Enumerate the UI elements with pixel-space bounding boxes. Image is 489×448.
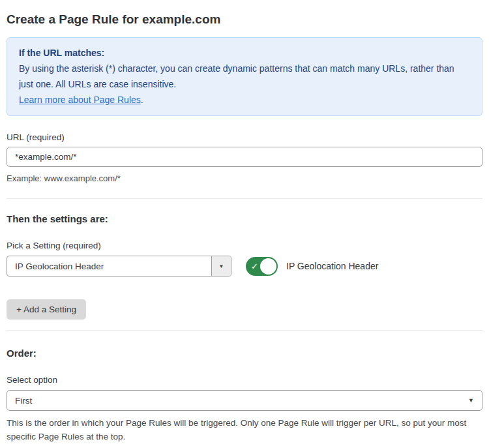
toggle-knob <box>260 258 276 275</box>
order-select[interactable]: First ▼ <box>7 390 482 411</box>
learn-more-link[interactable]: Learn more about Page Rules <box>19 95 141 105</box>
url-field-label: URL (required) <box>7 132 482 142</box>
notice-link-suffix: . <box>141 95 143 105</box>
create-page-rule-form: Create a Page Rule for example.com If th… <box>0 0 489 448</box>
order-select-value: First <box>15 396 32 406</box>
check-icon: ✓ <box>251 261 258 271</box>
ip-geolocation-toggle[interactable]: ✓ <box>246 257 278 276</box>
setting-select-caret-button[interactable]: ▼ <box>211 256 231 276</box>
url-matches-notice: If the URL matches: By using the asteris… <box>7 37 482 116</box>
setting-picker-label: Pick a Setting (required) <box>7 241 482 250</box>
notice-heading: If the URL matches: <box>19 45 470 61</box>
caret-down-icon: ▼ <box>468 397 474 404</box>
order-select-label: Select option <box>7 375 482 385</box>
divider <box>7 198 482 199</box>
toggle-label: IP Geolocation Header <box>286 261 378 271</box>
notice-body: By using the asterisk (*) character, you… <box>19 61 470 92</box>
order-helper-text: This is the order in which your Page Rul… <box>7 416 482 443</box>
setting-select[interactable]: IP Geolocation Header ▼ <box>7 256 231 276</box>
add-setting-button[interactable]: + Add a Setting <box>7 299 86 320</box>
notice-link-row: Learn more about Page Rules. <box>19 92 470 108</box>
url-input[interactable] <box>7 147 482 167</box>
settings-section-heading: Then the settings are: <box>7 213 482 224</box>
notice-body-text: By using the asterisk (*) character, you… <box>19 63 454 89</box>
divider <box>7 330 482 331</box>
setting-select-value: IP Geolocation Header <box>7 256 211 276</box>
url-helper-text: Example: www.example.com/* <box>7 172 482 185</box>
page-title: Create a Page Rule for example.com <box>7 12 482 27</box>
setting-picker-row: IP Geolocation Header ▼ ✓ IP Geolocation… <box>7 256 482 276</box>
order-section-heading: Order: <box>7 348 482 359</box>
caret-down-icon: ▼ <box>219 263 224 269</box>
